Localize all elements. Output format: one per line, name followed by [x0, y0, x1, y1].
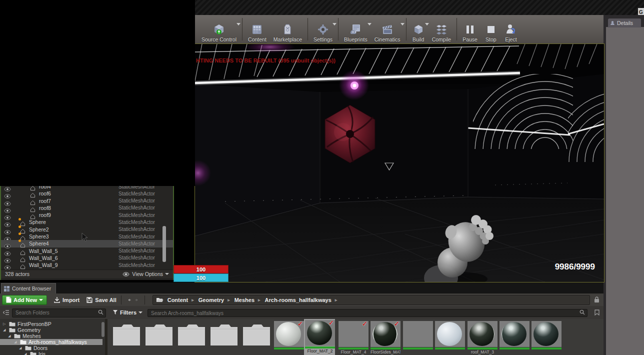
asset-label: roof_MAT_3	[468, 350, 498, 354]
sidebar-item-meshes[interactable]: Meshes	[0, 333, 41, 339]
asset-tile[interactable]: Floor_MAT_4	[338, 321, 370, 355]
sidebar-item-doors[interactable]: Doors	[0, 345, 48, 351]
folder-tile[interactable]	[178, 323, 206, 346]
table-row[interactable]: Sphere StaticMeshActor	[1, 218, 173, 226]
search-folders-input[interactable]	[12, 308, 106, 318]
pause-button[interactable]: Pause	[459, 15, 481, 44]
actor-name[interactable]: roof8	[39, 205, 51, 211]
folder-name[interactable]: Doors	[34, 345, 48, 351]
cinematics-button[interactable]: Cinematics	[371, 15, 404, 44]
actor-name[interactable]: Wall_Wall_5	[29, 248, 58, 254]
expanded-arrow-icon[interactable]	[19, 346, 23, 350]
settings-button[interactable]: Settings	[310, 15, 336, 44]
build-button[interactable]: Build	[408, 15, 428, 44]
asset-tile[interactable]: roof_MAT_3	[468, 321, 498, 355]
eject-button[interactable]: Eject	[501, 15, 521, 44]
expanded-arrow-icon[interactable]	[24, 352, 28, 355]
tree-scrollbar[interactable]	[102, 322, 104, 337]
folder-name[interactable]: Geometry	[18, 327, 40, 333]
filters-button[interactable]: Filters	[113, 310, 142, 316]
breadcrumb-item[interactable]: Arch-rooms_hallfalkways	[265, 297, 341, 303]
asset-tile[interactable]	[532, 321, 562, 355]
table-row[interactable]: roof7 StaticMeshActor	[1, 198, 173, 204]
asset-tile[interactable]	[435, 321, 466, 355]
table-row[interactable]: roof8 StaticMeshActor	[1, 204, 173, 212]
chevron-down-icon[interactable]	[400, 23, 404, 26]
chevron-down-icon[interactable]	[236, 23, 240, 26]
view-options-button[interactable]: View Options	[132, 271, 163, 277]
expanded-arrow-icon[interactable]	[3, 328, 7, 332]
expanded-arrow-icon[interactable]	[8, 334, 12, 338]
actor-name[interactable]: roof9	[39, 212, 51, 218]
breadcrumb-item[interactable]: Meshes	[234, 297, 264, 303]
folder-tile[interactable]	[242, 323, 270, 346]
tab-content-browser[interactable]: Content Browser	[1, 283, 56, 294]
table-row[interactable]: Wall_Wall_9 StaticMeshActor	[1, 262, 173, 268]
world-outliner-panel: roof4 StaticMeshActor roof6 StaticMeshAc…	[0, 183, 174, 280]
folder-tile[interactable]	[145, 323, 173, 346]
save-all-button[interactable]: Save All	[86, 297, 116, 303]
folder-name[interactable]: Meshes	[22, 333, 41, 339]
table-row[interactable]: Wall_Wall_5 StaticMeshActor	[1, 248, 173, 254]
save-search-icon[interactable]	[594, 310, 600, 316]
table-row[interactable]: roof9 StaticMeshActor	[1, 212, 173, 218]
actor-name[interactable]: Sphere3	[29, 234, 49, 240]
folder-icon	[25, 346, 32, 350]
asset-tile-selected[interactable]: Floor_MAT_2	[304, 319, 335, 355]
folder-tile[interactable]	[210, 323, 238, 346]
actor-name[interactable]: Sphere4	[29, 240, 49, 246]
breadcrumb-item[interactable]: Content	[168, 297, 198, 303]
content-button[interactable]: Content	[244, 15, 270, 44]
asset-tile[interactable]	[403, 321, 434, 355]
lock-icon[interactable]	[594, 296, 600, 303]
folder-name[interactable]: Arch-rooms_hallfalkways	[28, 339, 87, 345]
sidebar-item-geometry[interactable]: Geometry	[0, 327, 40, 333]
folder-tile[interactable]	[112, 323, 140, 346]
actor-name[interactable]: roof7	[39, 198, 51, 204]
viewport[interactable]: HTING NEEDS TO BE REBUILT (395 unbuilt o…	[195, 44, 604, 282]
search-assets-input[interactable]	[148, 309, 588, 317]
source-control-button[interactable]: Source Control	[198, 15, 240, 44]
collapsed-arrow-icon[interactable]	[3, 322, 7, 326]
folder-name[interactable]: FirstPersonBP	[18, 321, 52, 327]
material-thumbnail	[403, 321, 433, 347]
filter-funnel-icon	[113, 310, 118, 315]
expanded-arrow-icon[interactable]	[14, 340, 18, 344]
blueprints-button[interactable]: Blueprints	[340, 15, 371, 44]
ammo-counter: 9986/9999	[555, 262, 595, 272]
marketplace-button[interactable]: Marketplace	[270, 15, 306, 44]
folder-icon	[9, 328, 16, 332]
content-browser-panel: Content Browser Add New Import	[0, 282, 604, 355]
back-button[interactable]	[126, 297, 133, 303]
actor-name[interactable]: roof6	[39, 190, 51, 196]
sidebar-item-firstpersonbp[interactable]: FirstPersonBP	[0, 321, 52, 327]
content-browser-tab-label: Content Browser	[12, 286, 51, 292]
actor-name[interactable]: Wall_Wall_9	[29, 262, 58, 268]
actor-name[interactable]: Sphere2	[29, 226, 49, 232]
asset-tile[interactable]	[500, 321, 530, 355]
asset-tile[interactable]	[274, 321, 305, 355]
visibility-eye-icon[interactable]	[4, 263, 11, 270]
outliner-scrollbar[interactable]	[162, 226, 166, 262]
actor-name[interactable]: Wall_Wall_6	[29, 255, 58, 261]
asset-tile[interactable]: FloorSides_MAT	[370, 321, 402, 355]
breadcrumb-item[interactable]: Geometry	[198, 297, 234, 303]
sidebar-item-arch-rooms-selected[interactable]: Arch-rooms_hallfalkways	[0, 339, 102, 345]
forward-button[interactable]	[133, 297, 140, 303]
sidebar-item-iris[interactable]: Iris	[0, 351, 46, 355]
button-label: Blueprints	[344, 36, 368, 42]
add-new-button[interactable]: Add New	[2, 295, 47, 305]
stop-button[interactable]: Stop	[481, 15, 501, 44]
table-row[interactable]: Wall_Wall_6 StaticMeshActor	[1, 254, 173, 262]
table-row[interactable]: Sphere2 StaticMeshActor	[1, 226, 173, 233]
import-button[interactable]: Import	[54, 297, 80, 303]
folder-name[interactable]: Iris	[38, 351, 46, 355]
compile-button[interactable]: Compile	[428, 15, 455, 44]
actor-name[interactable]: Sphere	[29, 219, 46, 225]
sources-toggle-icon[interactable]	[3, 310, 10, 316]
chevron-down-icon[interactable]	[165, 273, 169, 275]
tab-details[interactable]: Details	[608, 18, 641, 28]
table-row[interactable]: roof6 StaticMeshActor	[1, 190, 173, 197]
chevron-down-icon[interactable]	[332, 23, 336, 26]
toolbar-separator	[308, 18, 308, 40]
